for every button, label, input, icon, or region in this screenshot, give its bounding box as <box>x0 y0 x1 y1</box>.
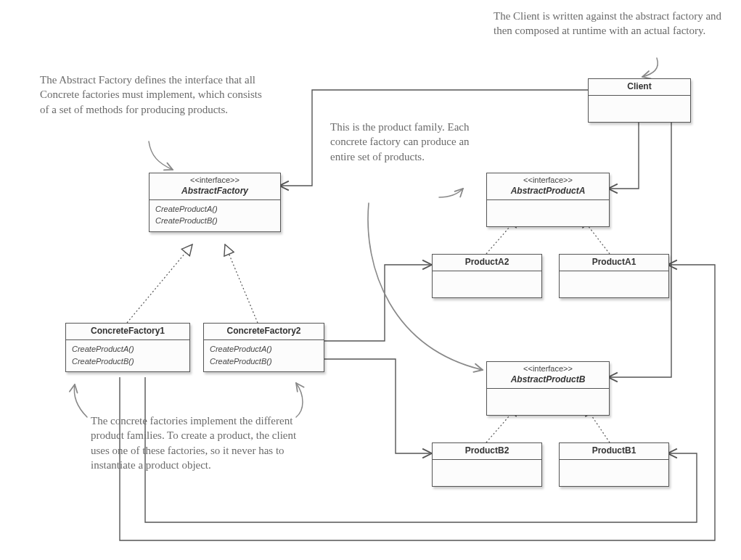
class-name: AbstractProductB <box>491 374 605 385</box>
note-concrete-factories: The concrete factories implement the dif… <box>91 413 301 472</box>
class-abstract-product-b: <<interface>> AbstractProductB <box>486 361 610 416</box>
class-product-b2: ProductB2 <box>432 442 542 487</box>
operation: CreateProductB() <box>210 355 318 368</box>
stereotype: <<interface>> <box>154 176 276 186</box>
diagram-canvas: { "boxes": { "client": { "stereo": "", "… <box>0 0 741 560</box>
note-arrow-family2 <box>439 189 463 197</box>
class-body: CreateProductA() CreateProductB() <box>66 340 189 371</box>
class-product-a1: ProductA1 <box>559 254 669 298</box>
class-body <box>433 460 541 486</box>
class-body <box>560 460 668 486</box>
class-body <box>433 271 541 297</box>
note-abstract-factory: The Abstract Factory defines the interfa… <box>40 73 272 117</box>
realize-cf2-abstractfactory <box>225 244 258 323</box>
class-body <box>487 200 609 226</box>
note-arrow-factory <box>149 141 173 170</box>
class-product-a2: ProductA2 <box>432 254 542 298</box>
operation: CreateProductB() <box>155 215 274 227</box>
class-name: ProductB2 <box>437 445 537 456</box>
assoc-client-to-abstractproducta <box>608 119 639 189</box>
class-body <box>589 96 690 122</box>
class-name: ConcreteFactory1 <box>70 326 185 337</box>
operation: CreateProductB() <box>72 355 184 368</box>
class-body: CreateProductA() CreateProductB() <box>150 200 280 231</box>
class-concrete-factory-2: ConcreteFactory2 CreateProductA() Create… <box>203 323 324 372</box>
stereotype: <<interface>> <box>491 364 605 374</box>
class-name: ProductA1 <box>564 257 664 268</box>
class-body <box>560 271 668 297</box>
class-concrete-factory-1: ConcreteFactory1 CreateProductA() Create… <box>65 323 190 372</box>
class-client: Client <box>588 78 691 123</box>
class-name: Client <box>593 81 686 92</box>
class-name: AbstractProductA <box>491 186 605 197</box>
note-arrow-concrete-l <box>74 384 87 417</box>
class-abstract-product-a: <<interface>> AbstractProductA <box>486 173 610 227</box>
assoc-cf1-pa1 <box>120 265 715 540</box>
class-name: ProductB1 <box>564 445 664 456</box>
class-name: AbstractFactory <box>154 186 276 197</box>
class-abstract-factory: <<interface>> AbstractFactory CreateProd… <box>149 173 281 232</box>
class-name: ProductA2 <box>437 257 537 268</box>
stereotype: <<interface>> <box>491 176 605 186</box>
note-arrow-concrete-r <box>296 383 303 417</box>
class-name: ConcreteFactory2 <box>208 326 319 337</box>
operation: CreateProductA() <box>155 203 274 215</box>
note-product-family: This is the product family. Each concret… <box>330 120 472 164</box>
operation: CreateProductA() <box>210 343 318 355</box>
assoc-cf2-pb2 <box>323 359 432 453</box>
realize-cf1-abstractfactory <box>127 244 192 323</box>
class-body: CreateProductA() CreateProductB() <box>204 340 324 371</box>
note-arrow-client <box>642 58 658 77</box>
assoc-cf2-pa2 <box>323 265 432 341</box>
operation: CreateProductA() <box>72 343 184 355</box>
note-client: The Client is written against the abstra… <box>494 9 733 38</box>
assoc-client-to-abstractproductb <box>608 119 671 377</box>
class-product-b1: ProductB1 <box>559 442 669 487</box>
class-body <box>487 389 609 415</box>
